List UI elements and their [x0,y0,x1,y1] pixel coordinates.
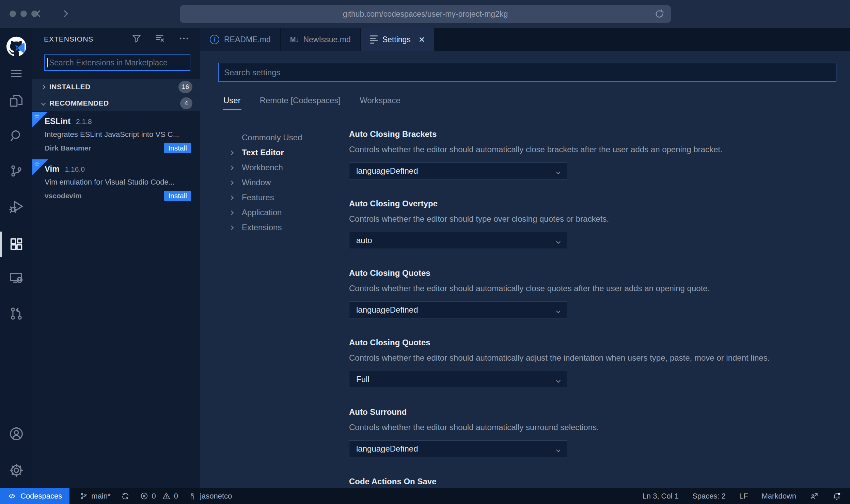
close-tab-icon[interactable]: × [419,34,425,45]
recommended-count-badge: 4 [180,97,192,109]
feedback-icon[interactable] [810,492,819,501]
info-icon: i [210,35,219,44]
scope-user[interactable]: User [223,92,241,110]
menu-hamburger-icon[interactable] [0,63,32,84]
extensions-search-input[interactable] [49,58,190,67]
cursor-position[interactable]: Ln 3, Col 1 [643,492,679,501]
setting-auto-surround: Auto Surround Controls whether the edito… [349,407,836,457]
extension-version: 2.1.8 [76,117,92,126]
settings-search-box[interactable] [218,63,836,82]
toc-workbench[interactable]: Workbench [226,160,349,175]
extensions-sidebar: EXTENSIONS INSTALLED 16 [32,28,200,488]
url-text: github.com/codespaces/user-my-project-mg… [343,10,508,19]
extension-publisher: vscodevim [45,192,82,200]
section-label: RECOMMENDED [49,99,109,107]
setting-code-actions-on-save: Code Actions On Save [349,477,836,486]
recommended-ribbon-icon: ☆ [32,159,48,175]
tab-label: Settings [382,35,411,44]
more-actions-icon[interactable] [178,33,190,46]
setting-description: Controls whether the editor should type … [349,214,836,224]
settings-gear-icon[interactable] [0,460,32,481]
setting-auto-closing-overtype: Auto Closing Overtype Controls whether t… [349,199,836,249]
setting-title: Auto Closing Quotes [349,268,836,278]
run-debug-icon[interactable] [0,196,32,217]
setting-description: Controls whether the editor should autom… [349,284,836,293]
toc-commonly-used[interactable]: Commonly Used [226,130,349,145]
toc-features[interactable]: Features [226,190,349,205]
reload-icon[interactable] [654,9,665,21]
toc-application[interactable]: Application [226,205,349,220]
github-codespaces-logo [0,36,32,57]
sync-button[interactable] [121,492,130,501]
window-close-button[interactable] [10,11,16,17]
remote-label: Codespaces [20,492,62,501]
settings-editor-icon [370,35,378,44]
extension-description: Integrates ESLint JavaScript into VS C..… [45,130,191,139]
setting-value-dropdown[interactable]: languageDefined [349,162,567,179]
status-bar: Codespaces main* 0 0 jasonetco Ln 3, Col… [0,488,850,504]
settings-search-input[interactable] [224,68,836,77]
user-indicator[interactable]: jasonetco [188,492,232,501]
notifications-bell-icon[interactable] [832,492,841,501]
remote-explorer-icon[interactable] [0,267,32,288]
toc-window[interactable]: Window [226,175,349,190]
source-control-icon[interactable] [0,160,32,182]
account-icon[interactable] [0,423,32,444]
installed-count-badge: 16 [178,81,192,93]
browser-chrome: github.com/codespaces/user-my-project-mg… [0,0,850,28]
problems-indicator[interactable]: 0 0 [140,492,178,501]
github-pull-request-icon[interactable] [0,303,32,324]
setting-auto-closing-brackets: Auto Closing Brackets Controls whether t… [349,129,836,179]
scope-workspace[interactable]: Workspace [359,92,401,110]
setting-title: Auto Closing Quotes [349,338,836,347]
settings-editor: User Remote [Codespaces] Workspace Commo… [200,51,850,488]
branch-indicator[interactable]: main* [80,492,110,501]
explorer-icon[interactable] [0,90,32,111]
indentation-indicator[interactable]: Spaces: 2 [692,492,726,501]
extension-version: 1.16.0 [65,165,85,173]
browser-back-button[interactable] [33,6,46,21]
install-button[interactable]: Install [164,143,191,153]
text-caret [47,58,48,67]
language-mode[interactable]: Markdown [762,492,796,501]
setting-value-dropdown[interactable]: languageDefined [349,301,567,318]
extension-name: ESLint [45,116,70,126]
setting-value-dropdown[interactable]: auto [349,232,567,249]
remote-indicator[interactable]: Codespaces [0,488,69,504]
settings-toc: Commonly Used Text Editor Workbench Wind… [218,110,349,488]
eol-indicator[interactable]: LF [739,492,748,501]
toc-text-editor[interactable]: Text Editor [226,145,349,160]
settings-scope-tabs: User Remote [Codespaces] Workspace [218,92,836,110]
tab-readme[interactable]: i README.md [200,28,281,51]
clear-extensions-input-icon[interactable] [154,33,166,46]
toc-extensions[interactable]: Extensions [226,220,349,235]
tab-settings[interactable]: Settings × [361,28,435,51]
window-minimize-button[interactable] [20,11,27,17]
install-button[interactable]: Install [164,191,191,201]
extension-row-vim[interactable]: ☆ Vim 1.16.0 Vim emulation for Visual St… [32,159,200,207]
browser-forward-button[interactable] [58,6,72,21]
extensions-search-box[interactable] [44,54,190,71]
address-bar[interactable]: github.com/codespaces/user-my-project-mg… [180,5,671,23]
scope-remote[interactable]: Remote [Codespaces] [259,92,341,110]
extensions-icon[interactable] [0,234,32,255]
tab-newissue[interactable]: M↓ NewIssue.md [281,28,361,51]
setting-title: Auto Surround [349,407,836,417]
extension-description: Vim emulation for Visual Studio Code... [45,178,191,187]
tab-label: NewIssue.md [303,35,350,44]
setting-value-dropdown[interactable]: Full [349,371,567,388]
section-recommended[interactable]: RECOMMENDED 4 [32,95,200,111]
setting-title: Auto Closing Overtype [349,199,836,208]
setting-description: Controls whether the editor should autom… [349,145,836,154]
section-label: INSTALLED [49,83,91,91]
filter-icon[interactable] [131,33,142,45]
setting-title: Code Actions On Save [349,477,836,486]
section-installed[interactable]: INSTALLED 16 [32,79,200,95]
extension-row-eslint[interactable]: ☆ ESLint 2.1.8 Integrates ESLint JavaScr… [32,112,200,159]
setting-value-dropdown[interactable]: languageDefined [349,440,567,457]
error-count: 0 [152,492,156,501]
recommended-ribbon-icon: ☆ [32,112,48,127]
settings-list: Auto Closing Brackets Controls whether t… [349,110,836,488]
search-icon[interactable] [0,125,32,146]
sidebar-title: EXTENSIONS [44,35,93,43]
